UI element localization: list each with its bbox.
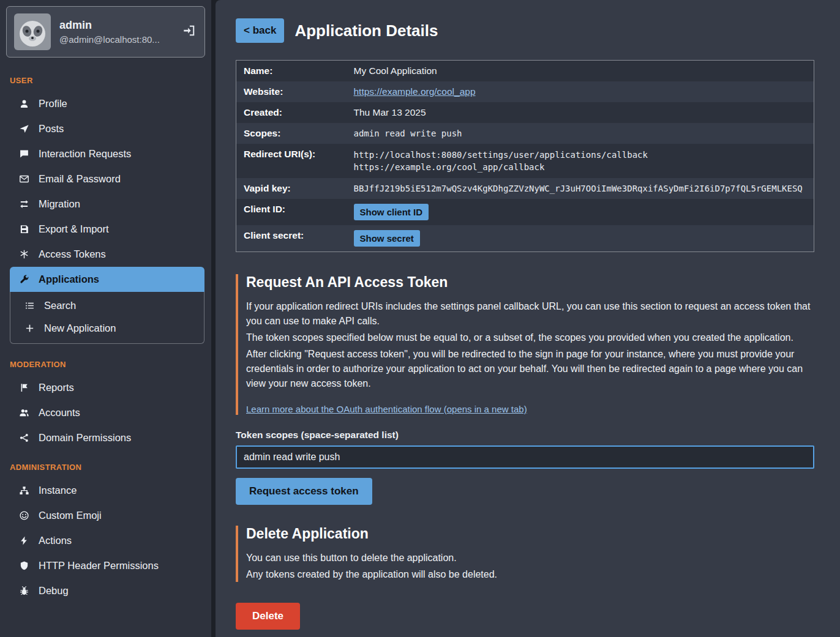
sidebar-item-interaction-requests[interactable]: Interaction Requests: [10, 141, 204, 166]
sidebar-item-accounts[interactable]: Accounts: [10, 400, 204, 425]
sidebar-item-label: Email & Password: [39, 173, 121, 185]
sidebar-item-label: New Application: [44, 322, 116, 334]
applications-submenu: Search New Application: [10, 292, 204, 344]
detail-label: Client secret:: [236, 225, 351, 252]
detail-row-scopes: Scopes: admin read write push: [236, 123, 814, 144]
delete-section-paragraph: Any tokens created by the application wi…: [246, 567, 814, 582]
sidebar-item-label: Reports: [39, 382, 74, 393]
sidebar-item-label: Profile: [39, 98, 67, 110]
sidebar-item-applications[interactable]: Applications: [10, 267, 204, 292]
user-handle: @admin@localhost:80...: [59, 34, 174, 45]
main-content: < back Application Details Name: My Cool…: [216, 0, 840, 637]
page-header: < back Application Details: [236, 18, 814, 43]
request-access-token-button[interactable]: Request access token: [236, 478, 372, 505]
user-nav: Profile Posts Interaction Requests Email…: [0, 91, 211, 344]
sidebar-item-label: Debug: [39, 585, 69, 597]
exchange-icon: [18, 199, 29, 209]
back-button[interactable]: < back: [236, 18, 284, 43]
sidebar-item-label: Migration: [39, 198, 80, 210]
sidebar-item-http-header-permissions[interactable]: HTTP Header Permissions: [10, 553, 204, 578]
token-scopes-input[interactable]: [236, 445, 814, 469]
detail-row-vapid-key: Vapid key: BBJffJ219b5iE512m7wQSzv4KgKDh…: [236, 178, 814, 199]
sidebar-item-custom-emoji[interactable]: Custom Emoji: [10, 503, 204, 528]
redirect-uri-value: http://localhost:8080/settings/user/appl…: [354, 149, 812, 161]
paper-plane-icon: [18, 124, 29, 134]
administration-nav: Instance Custom Emoji Actions HTTP Heade…: [0, 478, 211, 603]
sidebar-item-posts[interactable]: Posts: [10, 116, 204, 141]
token-section-title: Request An API Access Token: [246, 274, 814, 291]
bug-icon: [18, 586, 29, 596]
users-icon: [18, 408, 29, 418]
sidebar-item-applications-search[interactable]: Search: [10, 294, 204, 317]
detail-label: Redirect URI(s):: [236, 144, 351, 178]
detail-row-client-id: Client ID: Show client ID: [236, 199, 814, 225]
delete-section-paragraph: You can use this button to delete the ap…: [246, 551, 814, 565]
logout-icon[interactable]: [182, 24, 197, 40]
section-label-user: USER: [0, 64, 211, 91]
sidebar-item-label: Applications: [39, 274, 99, 285]
sidebar-item-reports[interactable]: Reports: [10, 375, 204, 400]
plus-icon: [24, 323, 35, 333]
page-title: Application Details: [294, 21, 438, 40]
sidebar-item-label: Instance: [39, 485, 77, 496]
sidebar: admin @admin@localhost:80... USER Profil…: [0, 0, 211, 637]
sidebar-item-export-import[interactable]: Export & Import: [10, 217, 204, 242]
user-name: admin: [59, 19, 174, 32]
detail-label: Scopes:: [236, 123, 351, 144]
show-secret-button[interactable]: Show secret: [354, 230, 420, 247]
sidebar-item-label: Search: [44, 300, 76, 311]
detail-row-created: Created: Thu Mar 13 2025: [236, 102, 814, 123]
flag-icon: [18, 382, 29, 393]
sidebar-item-email-password[interactable]: Email & Password: [10, 166, 204, 192]
envelope-icon: [18, 174, 29, 184]
detail-label: Name:: [236, 61, 351, 82]
detail-row-website: Website: https://example.org/cool_app: [236, 81, 814, 102]
user-icon: [18, 99, 29, 109]
moderation-nav: Reports Accounts Domain Permissions: [0, 375, 211, 450]
sidebar-item-label: Custom Emoji: [39, 510, 102, 521]
sitemap-icon: [18, 485, 29, 496]
detail-label: Created:: [236, 102, 351, 123]
sidebar-item-label: Access Tokens: [39, 248, 106, 260]
scopes-value: admin read write push: [354, 129, 462, 138]
vapid-key-value: BBJffJ219b5iE512m7wQSzv4KgKDhgZZVzNyWC_r…: [354, 184, 803, 193]
sidebar-item-debug[interactable]: Debug: [10, 578, 204, 603]
detail-label: Website:: [236, 81, 351, 102]
created-value: Thu Mar 13 2025: [354, 107, 426, 117]
bolt-icon: [18, 535, 29, 546]
sidebar-item-label: Actions: [39, 535, 72, 546]
comment-icon: [18, 149, 29, 159]
sidebar-item-label: Export & Import: [39, 223, 109, 235]
sidebar-item-label: Posts: [39, 123, 64, 135]
sidebar-item-domain-permissions[interactable]: Domain Permissions: [10, 425, 204, 450]
delete-section-title: Delete Application: [246, 526, 814, 542]
sidebar-item-access-tokens[interactable]: Access Tokens: [10, 242, 204, 267]
oauth-docs-link[interactable]: Learn more about the OAuth authenticatio…: [246, 404, 527, 414]
sidebar-item-migration[interactable]: Migration: [10, 192, 204, 217]
show-client-id-button[interactable]: Show client ID: [354, 204, 429, 220]
detail-row-client-secret: Client secret: Show secret: [236, 225, 814, 252]
sidebar-item-label: Accounts: [39, 407, 80, 419]
smiley-icon: [18, 510, 29, 521]
wrench-icon: [18, 274, 29, 285]
redirect-uri-value: https://example.org/cool_app/callback: [354, 161, 812, 173]
token-section-paragraph: After clicking "Request access token", y…: [246, 347, 814, 391]
user-meta: admin @admin@localhost:80...: [59, 19, 174, 45]
sidebar-item-profile[interactable]: Profile: [10, 91, 204, 116]
avatar: [14, 13, 51, 50]
token-scopes-label: Token scopes (space-separated list): [236, 430, 814, 441]
shield-icon: [18, 561, 29, 571]
website-link[interactable]: https://example.org/cool_app: [354, 86, 476, 97]
sidebar-item-label: Domain Permissions: [39, 432, 131, 444]
user-card[interactable]: admin @admin@localhost:80...: [6, 6, 205, 58]
sidebar-item-new-application[interactable]: New Application: [10, 317, 204, 340]
sidebar-item-instance[interactable]: Instance: [10, 478, 204, 503]
token-section-paragraph: If your application redirect URIs includ…: [246, 299, 814, 329]
floppy-icon: [18, 224, 29, 234]
section-label-moderation: MODERATION: [0, 348, 211, 375]
sidebar-item-actions[interactable]: Actions: [10, 528, 204, 553]
list-icon: [24, 300, 35, 311]
delete-button[interactable]: Delete: [236, 603, 300, 630]
detail-row-redirect-uris: Redirect URI(s): http://localhost:8080/s…: [236, 144, 814, 178]
sidebar-item-label: Interaction Requests: [39, 148, 131, 160]
